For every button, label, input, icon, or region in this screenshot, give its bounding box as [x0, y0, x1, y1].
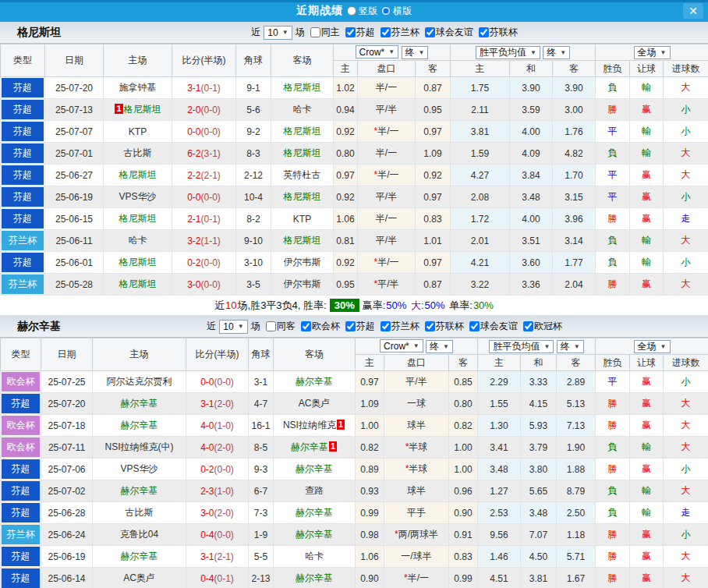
avg-time-select[interactable]: 终▼: [557, 340, 584, 353]
league-type: 欧会杯: [1, 415, 41, 437]
result-handicap: 赢: [630, 415, 664, 437]
league-checkbox[interactable]: [425, 27, 435, 37]
league-checkbox[interactable]: [523, 321, 533, 331]
bookmaker-select[interactable]: Crow*▼: [356, 45, 399, 58]
league-filter-label: 欧会杯: [312, 320, 340, 333]
home-team: 赫尔辛基: [93, 480, 186, 502]
result-handicap: 赢: [630, 393, 664, 415]
horizontal-radio[interactable]: [381, 6, 391, 16]
team-title: 赫尔辛基: [17, 320, 61, 334]
avg-draw: 4.50: [521, 546, 557, 568]
avg-home: 1.72: [451, 208, 510, 230]
odds-home: 0.82: [356, 437, 384, 459]
score: 0-0(0-0): [186, 371, 249, 393]
league-filter[interactable]: 芬超: [342, 320, 375, 333]
home-team: KTP: [104, 121, 172, 143]
away-team: 赫尔辛基: [274, 459, 356, 480]
odds-away: 0.87: [416, 274, 451, 296]
league-filter[interactable]: 芬联杯: [422, 320, 464, 333]
avg-select[interactable]: 胜平负均值▼: [489, 340, 554, 353]
avg-draw: 3.90: [510, 77, 553, 99]
layout-radio-horizontal[interactable]: 横版: [381, 5, 412, 18]
league-filter-label: 芬超: [356, 26, 375, 39]
league-type: 芬超: [1, 393, 41, 415]
same-venue-checkbox[interactable]: [266, 321, 276, 331]
result-handicap: 赢: [630, 186, 664, 208]
league-type: 芬超: [1, 143, 45, 165]
league-checkbox[interactable]: [479, 27, 489, 37]
same-venue-label: 同主: [321, 26, 340, 39]
odds-away: 1.00: [449, 459, 478, 480]
league-checkbox[interactable]: [425, 321, 435, 331]
col-date: 日期: [45, 44, 104, 77]
rank-badge: 1: [337, 420, 345, 430]
corners: 16-1: [249, 415, 274, 437]
league-filter[interactable]: 球会友谊: [466, 320, 518, 333]
col-type: 类型: [1, 44, 45, 77]
vertical-radio[interactable]: [347, 6, 356, 16]
same-venue-checkbox[interactable]: [310, 27, 320, 37]
avg-away: 2.89: [557, 371, 596, 393]
league-filters: 芬超芬兰杯球会友谊芬联杯: [340, 26, 518, 40]
bookmaker-select[interactable]: Crow*▼: [380, 339, 423, 352]
odds-away: 1.09: [416, 143, 451, 165]
away-team: 赫尔辛基1: [274, 437, 356, 459]
avg-time-select[interactable]: 终▼: [543, 46, 570, 59]
league-filter[interactable]: 球会友谊: [422, 26, 473, 39]
league-checkbox[interactable]: [381, 27, 391, 37]
league-filter[interactable]: 芬联杯: [476, 26, 518, 39]
league-checkbox[interactable]: [345, 321, 356, 331]
home-team: 赫尔辛基: [93, 546, 186, 568]
league-checkbox[interactable]: [301, 321, 311, 331]
layout-radio-vertical[interactable]: 竖版: [347, 5, 377, 18]
result-goals: 大: [664, 143, 708, 165]
score: 3-1(0-1): [172, 77, 236, 99]
col-home: 主场: [93, 338, 186, 371]
avg-away: 1.18: [557, 524, 596, 546]
avg-select[interactable]: 胜平负均值▼: [476, 46, 540, 59]
league-checkbox[interactable]: [469, 321, 480, 331]
result-wdl: 勝: [596, 524, 630, 546]
league-filter[interactable]: 欧冠杯: [520, 320, 562, 333]
odds-home: 1.06: [356, 546, 384, 568]
handicap-win-rate: 50%: [386, 299, 406, 311]
result-wdl: 負: [596, 480, 630, 502]
handicap: 半/一: [358, 77, 416, 99]
league-filter[interactable]: 芬超: [342, 26, 375, 39]
league-type: 欧会杯: [1, 437, 41, 459]
league-filter[interactable]: 芬兰杯: [377, 320, 419, 333]
odds-home: 0.99: [356, 502, 384, 524]
away-team: KTP: [271, 208, 334, 230]
avg-away: 8.79: [557, 480, 596, 502]
league-checkbox[interactable]: [381, 321, 391, 331]
result-wdl: 平: [596, 186, 630, 208]
col-type: 类型: [1, 338, 41, 371]
avg-group-header: 胜平负均值▼ 终▼: [451, 44, 596, 61]
match-row: 芬超25-06-19赫尔辛基3-1(2-1)5-5哈卡1.06一/球半0.831…: [1, 546, 708, 568]
same-venue-filter[interactable]: 同客: [263, 320, 296, 333]
avg-draw: 4.09: [510, 143, 553, 165]
near-count-select[interactable]: 10 ▼: [219, 320, 247, 334]
corners: 6-7: [249, 480, 274, 502]
league-filter[interactable]: 芬兰杯: [377, 26, 419, 39]
match-date: 25-06-15: [45, 208, 104, 230]
corners: 7-3: [249, 502, 274, 524]
scope-group-header: 全场▼: [596, 44, 708, 61]
near-count-select[interactable]: 10 ▼: [264, 26, 292, 40]
league-checkbox[interactable]: [345, 27, 356, 37]
league-filter[interactable]: 欧会杯: [298, 320, 340, 333]
match-row: 欧会杯25-07-25阿尔达克尔贾利0-0(0-0)3-1赫尔辛基0.97平/半…: [1, 371, 708, 393]
scope-select[interactable]: 全场▼: [634, 46, 671, 59]
score: 3-1(2-0): [186, 393, 249, 415]
result-goals: 小: [664, 121, 708, 143]
close-icon[interactable]: ✕: [683, 3, 703, 19]
result-wdl: 勝: [596, 415, 630, 437]
col-corner: 角球: [236, 44, 271, 77]
odds-time-select[interactable]: 终▼: [426, 340, 453, 353]
result-wdl: 勝: [596, 546, 630, 568]
scope-select[interactable]: 全场▼: [634, 340, 671, 353]
odds-home: 0.90: [356, 568, 384, 588]
odds-time-select[interactable]: 终▼: [402, 46, 429, 59]
same-venue-filter[interactable]: 同主: [307, 26, 340, 39]
result-handicap: 赢: [630, 165, 664, 186]
